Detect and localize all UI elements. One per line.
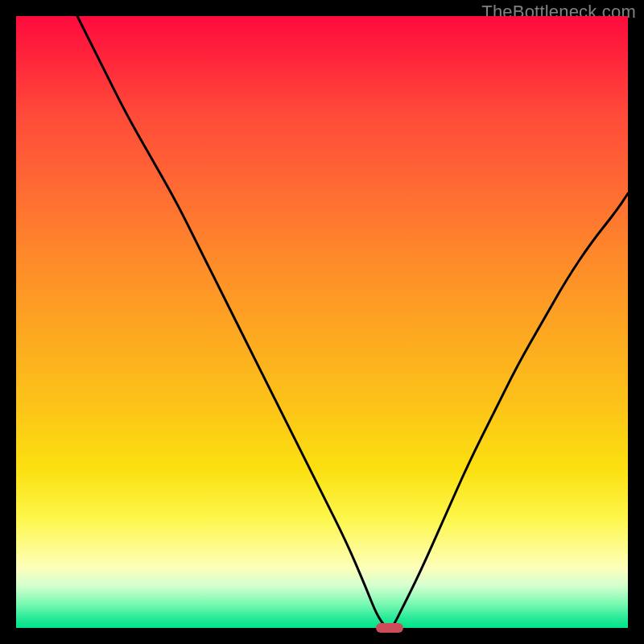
minimum-marker (376, 623, 403, 633)
curve-path (77, 16, 628, 628)
bottleneck-curve (16, 16, 628, 628)
plot-area (16, 16, 628, 628)
chart-frame: TheBottleneck.com (0, 0, 644, 644)
